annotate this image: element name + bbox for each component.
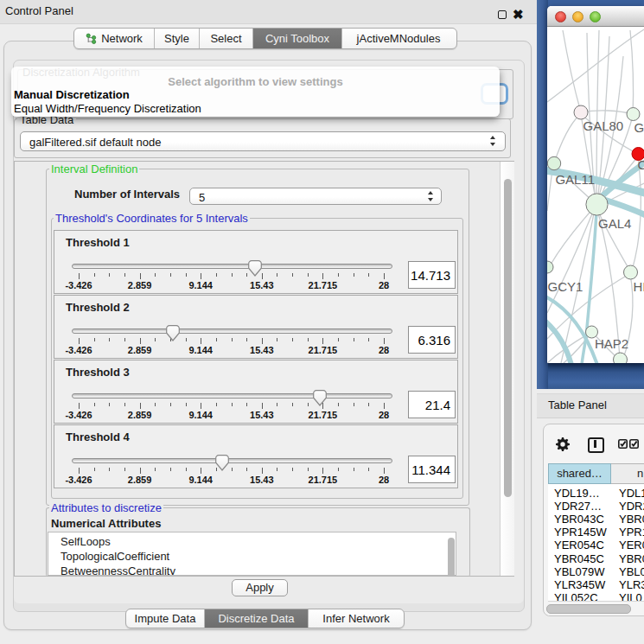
svg-text:GAL4: GAL4 xyxy=(598,216,631,231)
svg-text:GAL80: GAL80 xyxy=(583,118,624,133)
svg-text:HI: HI xyxy=(634,279,644,294)
svg-text:HAP2: HAP2 xyxy=(595,336,628,351)
svg-text:C: C xyxy=(638,157,644,172)
svg-text:GAL11: GAL11 xyxy=(555,172,595,187)
svg-text:GCY1: GCY1 xyxy=(548,279,583,294)
svg-text:GA: GA xyxy=(634,120,644,135)
